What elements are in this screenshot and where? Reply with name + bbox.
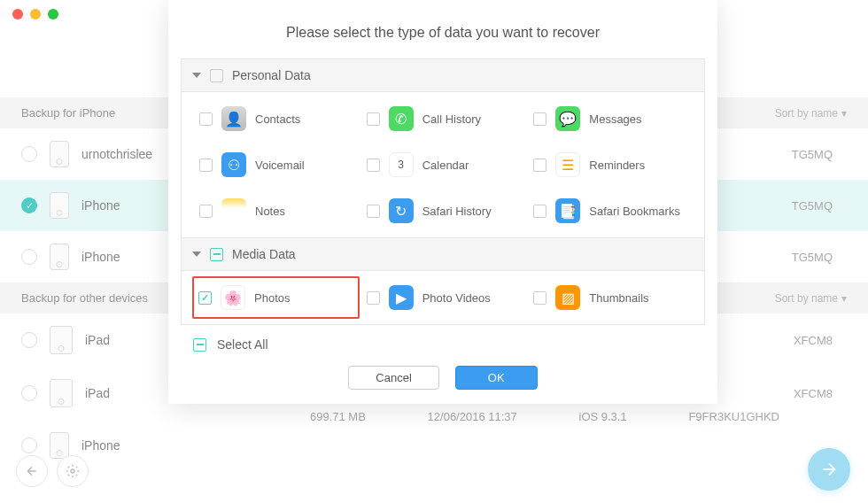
item-label: Photo Videos (422, 291, 491, 305)
item-contacts[interactable]: 👤 Contacts (192, 97, 360, 140)
checkbox[interactable] (367, 159, 380, 172)
item-label: Voicemail (255, 159, 305, 172)
device-name: urnotchrislee (81, 147, 152, 161)
ipad-icon (50, 326, 73, 354)
bottom-toolbar (16, 455, 89, 487)
back-button[interactable] (16, 455, 48, 487)
checkbox[interactable] (367, 112, 380, 126)
next-button[interactable] (808, 448, 850, 491)
device-serial: TG5MQ (792, 251, 833, 264)
section-label: Backup for iPhone (21, 106, 115, 120)
device-info-row: 699.71 MB 12/06/2016 11:37 iOS 9.3.1 F9F… (0, 410, 868, 423)
checkbox[interactable] (533, 205, 546, 218)
category-label: Media Data (232, 247, 296, 261)
item-label: Contacts (255, 112, 300, 126)
backup-date: 12/06/2016 11:37 (428, 410, 517, 423)
ipad-icon (50, 379, 73, 407)
item-label: Safari History (422, 205, 492, 218)
item-label: Thumbnails (589, 291, 648, 305)
item-calendar[interactable]: 3 Calendar (360, 143, 527, 186)
item-label: Messages (589, 112, 641, 126)
media-items-grid: 🌸 Photos ▶ Photo Videos ▨ Thumbnails (182, 271, 704, 324)
device-serial: XFCM8 (794, 334, 833, 347)
chevron-down-icon (192, 252, 201, 257)
select-all-row[interactable]: Select All (168, 325, 717, 359)
ok-button[interactable]: OK (455, 366, 538, 390)
chevron-down-icon: ▾ (841, 292, 847, 305)
checkbox[interactable] (199, 112, 213, 126)
photos-icon: 🌸 (221, 285, 245, 310)
device-serial: TG5MQ (792, 199, 833, 213)
item-thumbnails[interactable]: ▨ Thumbnails (526, 276, 694, 319)
item-label: Calendar (422, 159, 469, 172)
contacts-icon: 👤 (221, 106, 246, 131)
device-serial: F9FR3KU1GHKD (688, 410, 779, 423)
item-label: Call History (422, 112, 481, 126)
safari-history-icon: ↻ (389, 198, 414, 223)
item-voicemail[interactable]: ⚇ Voicemail (192, 143, 360, 186)
sort-by-button[interactable]: Sort by name▾ (775, 107, 847, 120)
item-notes[interactable]: Notes (192, 190, 360, 232)
category-personal-data[interactable]: Personal Data (182, 59, 704, 92)
radio-icon[interactable] (21, 249, 37, 265)
messages-icon: 💬 (555, 106, 580, 131)
radio-icon[interactable] (21, 332, 37, 348)
checkbox[interactable] (199, 205, 213, 218)
cancel-button[interactable]: Cancel (348, 366, 438, 390)
item-reminders[interactable]: ☰ Reminders (526, 143, 694, 186)
reminders-icon: ☰ (555, 152, 580, 177)
iphone-icon (50, 244, 69, 270)
device-row[interactable]: iPhone (0, 420, 868, 471)
device-serial: TG5MQ (792, 148, 833, 161)
notes-icon (221, 198, 246, 223)
chevron-down-icon: ▾ (841, 107, 847, 120)
device-name: iPad (85, 333, 110, 347)
select-all-label: Select All (217, 337, 268, 352)
iphone-icon (50, 192, 69, 219)
recover-type-modal: Please select the type of data you want … (168, 0, 717, 404)
item-label: Photos (254, 291, 290, 305)
item-safari-bookmarks[interactable]: 📑 Safari Bookmarks (526, 190, 694, 232)
backup-size: 699.71 MB (310, 410, 366, 423)
category-container: Personal Data 👤 Contacts ✆ Call History … (181, 58, 705, 325)
personal-items-grid: 👤 Contacts ✆ Call History 💬 Messages ⚇ V… (182, 92, 704, 237)
svg-point-0 (71, 469, 74, 473)
safari-bookmarks-icon: 📑 (555, 198, 580, 223)
phone-icon: ✆ (389, 106, 414, 131)
radio-icon[interactable] (21, 146, 37, 162)
checkbox[interactable] (367, 291, 380, 305)
item-label: Reminders (589, 159, 645, 172)
checkbox[interactable] (199, 159, 213, 172)
checkbox[interactable] (367, 205, 380, 218)
section-label: Backup for other devices (21, 291, 148, 305)
checkbox[interactable] (210, 69, 223, 82)
checkbox[interactable] (533, 159, 546, 172)
category-media-data[interactable]: Media Data (182, 237, 704, 271)
radio-checked-icon[interactable] (21, 197, 37, 213)
modal-title: Please select the type of data you want … (168, 0, 717, 58)
settings-button[interactable] (57, 455, 89, 487)
sort-by-button[interactable]: Sort by name▾ (775, 292, 847, 305)
device-serial: XFCM8 (794, 387, 833, 400)
checkbox[interactable] (533, 112, 546, 126)
checkbox-partial[interactable] (193, 338, 206, 352)
item-photo-videos[interactable]: ▶ Photo Videos (360, 276, 527, 319)
ios-version: iOS 9.3.1 (579, 410, 627, 423)
item-call-history[interactable]: ✆ Call History (360, 97, 527, 140)
item-safari-history[interactable]: ↻ Safari History (360, 190, 527, 232)
device-name: iPhone (81, 250, 120, 264)
item-messages[interactable]: 💬 Messages (526, 97, 694, 140)
checkbox-partial[interactable] (210, 248, 223, 261)
radio-icon[interactable] (21, 437, 37, 453)
item-photos[interactable]: 🌸 Photos (192, 276, 360, 319)
checkbox[interactable] (533, 291, 546, 305)
checkbox-checked[interactable] (198, 291, 212, 305)
modal-buttons: Cancel OK (168, 359, 717, 393)
photo-videos-icon: ▶ (389, 285, 414, 310)
gear-icon (66, 464, 80, 478)
iphone-icon (50, 141, 69, 167)
item-label: Notes (255, 205, 285, 218)
radio-icon[interactable] (21, 385, 37, 401)
chevron-down-icon (192, 73, 201, 78)
arrow-left-icon (25, 464, 39, 478)
